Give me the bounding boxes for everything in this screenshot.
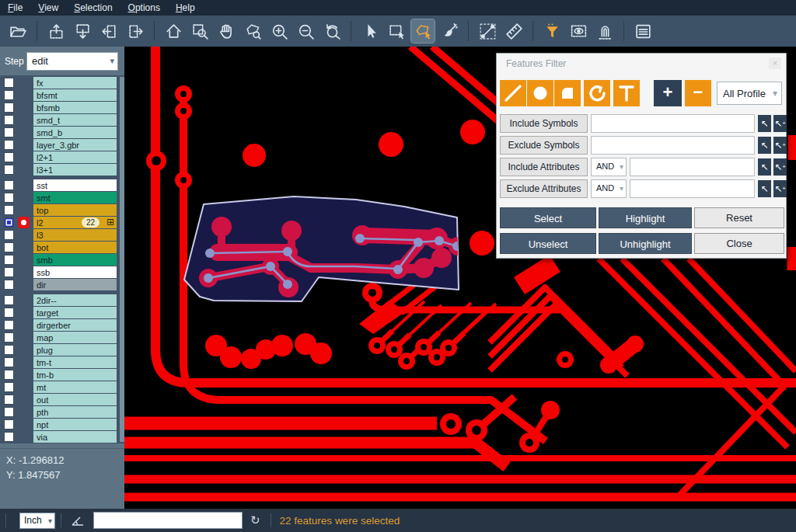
layer-checkbox[interactable]	[4, 419, 14, 429]
layer-checkbox[interactable]	[4, 217, 14, 228]
layer-indicator-slot[interactable]	[16, 254, 33, 266]
snap-icon[interactable]	[593, 19, 616, 43]
polygon-select-icon[interactable]	[411, 19, 435, 43]
show-selection-icon[interactable]	[567, 19, 590, 43]
filter-remove-button[interactable]: −	[685, 80, 711, 106]
layer-name-bar[interactable]: dir	[33, 279, 117, 290]
layer-name-bar[interactable]: l2+1	[33, 151, 117, 163]
layer-row-ssb[interactable]: ssb	[0, 266, 124, 278]
zoom-window-icon[interactable]	[188, 19, 211, 43]
layer-checkbox[interactable]	[4, 407, 14, 417]
layer-indicator-slot[interactable]	[16, 406, 33, 418]
layer-row-l2[interactable]: l222⊞	[0, 217, 124, 228]
active-layer-indicator[interactable]	[16, 217, 33, 228]
layer-checkbox[interactable]	[4, 382, 14, 392]
layer-name-bar[interactable]: tm-t	[33, 356, 117, 368]
layer-checkbox[interactable]	[4, 115, 14, 125]
layer-row-dir[interactable]: dir	[0, 279, 124, 290]
layer-checkbox[interactable]	[4, 205, 14, 215]
layer-name-bar[interactable]: layer_3.gbr	[33, 139, 117, 151]
exclude-symbols-field[interactable]	[591, 136, 755, 155]
layer-name-bar[interactable]: tm-b	[33, 369, 117, 381]
exclude-attributes-and-combobox[interactable]: AND▾	[591, 179, 627, 198]
filter-arc-button[interactable]	[584, 80, 610, 106]
filter-surface-button[interactable]	[554, 80, 581, 106]
layer-checkbox[interactable]	[4, 230, 14, 240]
menu-options[interactable]: Options	[120, 0, 168, 16]
layer-name-bar[interactable]: npt	[33, 419, 117, 430]
select-button[interactable]: Select	[500, 207, 596, 228]
layer-indicator-slot[interactable]	[16, 204, 33, 216]
unselect-button[interactable]: Unselect	[500, 233, 596, 254]
zoom-out-icon[interactable]	[294, 19, 317, 43]
layer-name-bar[interactable]: smd_b	[33, 127, 117, 138]
layer-indicator-slot[interactable]	[16, 344, 33, 356]
filter-pad-button[interactable]	[527, 80, 553, 106]
menu-selection[interactable]: Selection	[66, 0, 120, 16]
layer-row-smd_b[interactable]: smd_b	[0, 127, 124, 138]
layer-indicator-slot[interactable]	[16, 394, 33, 405]
layer-checkbox[interactable]	[4, 320, 14, 330]
layer-name-bar[interactable]: l222⊞	[33, 217, 117, 228]
dialog-close-button[interactable]: ×	[769, 57, 781, 69]
zoom-polygon-icon[interactable]	[241, 19, 264, 43]
pan-hand-icon[interactable]	[215, 19, 238, 43]
layer-name-bar[interactable]: target	[33, 307, 117, 318]
layer-row-mt[interactable]: mt	[0, 381, 124, 393]
layer-checkbox[interactable]	[4, 140, 14, 150]
layer-name-bar[interactable]: map	[33, 332, 117, 343]
layer-checkbox[interactable]	[4, 242, 14, 252]
layer-row-tm-t[interactable]: tm-t	[0, 356, 124, 368]
shift-right-icon[interactable]	[124, 19, 147, 43]
filter-text-button[interactable]	[613, 80, 640, 106]
shift-left-icon[interactable]	[97, 19, 120, 43]
zoom-in-icon[interactable]	[267, 19, 291, 43]
layer-row-smb[interactable]: smb	[0, 254, 124, 266]
layer-name-bar[interactable]: out	[33, 394, 117, 405]
layer-checkbox[interactable]	[4, 280, 14, 290]
layer-indicator-slot[interactable]	[16, 319, 33, 331]
menu-help[interactable]: Help	[168, 0, 203, 16]
layer-indicator-slot[interactable]	[16, 229, 33, 241]
include-attributes-and-combobox[interactable]: AND▾	[591, 158, 627, 176]
layer-row-pth[interactable]: pth	[0, 406, 124, 418]
layer-row-target[interactable]: target	[0, 307, 124, 318]
layer-indicator-slot[interactable]	[16, 356, 33, 368]
pick-symbol-button[interactable]: ↖	[758, 137, 771, 154]
layer-checkbox[interactable]	[4, 267, 14, 277]
layer-checkbox[interactable]	[4, 395, 14, 405]
angle-measure-icon[interactable]	[70, 513, 86, 528]
step-combobox[interactable]: edit ▾	[26, 52, 118, 71]
open-folder-icon[interactable]	[6, 19, 30, 43]
layer-indicator-slot[interactable]	[16, 102, 33, 113]
pick-symbol-button[interactable]: ↖	[758, 115, 771, 132]
layer-indicator-slot[interactable]	[16, 164, 33, 176]
exclude-attributes-field[interactable]	[630, 179, 755, 198]
layer-checkbox[interactable]	[4, 345, 14, 355]
menu-view[interactable]: View	[30, 0, 66, 16]
layer-name-bar[interactable]: bfsmt	[33, 89, 117, 101]
layer-name-bar[interactable]: sst	[33, 179, 117, 191]
layer-checkbox[interactable]	[4, 332, 14, 342]
layer-name-bar[interactable]: bot	[33, 242, 117, 253]
layer-name-bar[interactable]: smt	[33, 192, 117, 203]
pick-attribute-button[interactable]: ↖	[758, 158, 771, 176]
layer-name-bar[interactable]: via	[33, 431, 117, 443]
layer-indicator-slot[interactable]	[16, 127, 33, 138]
layer-checkbox[interactable]	[4, 127, 14, 137]
layer-checkbox[interactable]	[4, 432, 14, 442]
layer-checkbox[interactable]	[4, 193, 14, 203]
filter-line-button[interactable]	[500, 80, 526, 106]
layer-checkbox[interactable]	[4, 78, 14, 88]
layer-indicator-slot[interactable]	[16, 266, 33, 278]
zoom-previous-icon[interactable]	[320, 19, 344, 43]
layer-checkbox[interactable]	[4, 255, 14, 265]
layer-row-l3+1[interactable]: l3+1	[0, 164, 124, 176]
layer-row-smt[interactable]: smt	[0, 192, 124, 203]
reset-button[interactable]: Reset	[694, 207, 784, 228]
command-input[interactable]	[93, 512, 243, 529]
layer-row-top[interactable]: top	[0, 204, 124, 216]
layer-indicator-slot[interactable]	[16, 192, 33, 203]
layer-indicator-slot[interactable]	[16, 369, 33, 381]
layer-indicator-slot[interactable]	[16, 77, 33, 89]
